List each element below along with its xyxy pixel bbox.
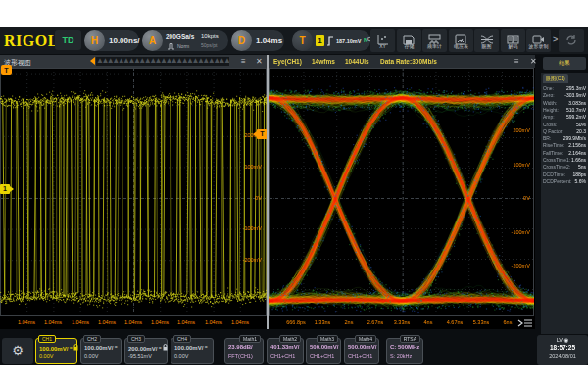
lan-usb-icons: LV ◉ <box>537 336 588 344</box>
waveform-menu-icon[interactable]: ≡ <box>241 57 246 66</box>
eye-axis-menu-icon[interactable] <box>517 318 533 328</box>
menu-button-record[interactable]: 波形录制 <box>526 29 551 52</box>
measurement-value: 599.2mV <box>566 114 586 121</box>
voltmeter-icon <box>449 31 473 43</box>
measurement-value: 299.9Mb/s <box>564 135 586 142</box>
results-tab-eye-c1[interactable]: 眼图(C1) <box>543 74 568 83</box>
measurement-row: CrossTime1:1.66ns <box>543 157 586 164</box>
status-box-tab: Math1 <box>239 335 261 343</box>
trigger-position-marker[interactable]: T <box>1 65 12 75</box>
measurement-value: 2.156ns <box>568 142 586 149</box>
menu-label: 电压表 <box>450 44 472 49</box>
waveform-preview-bar[interactable]: ▲▲▲▲▲▲▲▲▲▲▲▲▲▲▲▲▲▲▲▲▲▲▲▲▲▲▲▲▲▲ <box>96 57 229 66</box>
horizontal-group[interactable]: H 10.00ns/ <box>84 30 139 51</box>
waveform-view-plot[interactable] <box>0 68 267 316</box>
status-box-tab: CH3 <box>127 335 145 343</box>
measurement-label: FallTime: <box>543 150 563 156</box>
measurement-value: 3.083ns <box>568 100 586 107</box>
status-box-tab: Math4 <box>355 335 376 343</box>
status-box-scale: C: 500MHz <box>390 344 419 350</box>
eye-diagram-icon <box>474 31 499 43</box>
trigger-group[interactable]: T 1 187.10mV N <box>292 30 370 51</box>
volt-label: -200mV <box>236 257 262 263</box>
eye-close-icon[interactable]: ✕ <box>530 57 537 66</box>
trigger-level-value: 187.10mV <box>336 38 361 44</box>
status-box-math3[interactable]: Math3500.00mV/CH1+CH1 <box>306 338 341 364</box>
delay-group[interactable]: D 1.04ms <box>231 30 284 51</box>
volt-label: 100mV <box>236 164 262 170</box>
measurement-value: 5.6% <box>575 178 586 185</box>
menu-label: 解码 <box>502 44 524 49</box>
measurement-row: DCDTime:188ps <box>543 172 586 178</box>
delay-knob[interactable]: D <box>231 30 252 51</box>
channel1-level-marker[interactable]: 1 <box>0 184 10 194</box>
horizontal-knob[interactable]: H <box>84 30 105 51</box>
system-time: 18:57:25 <box>537 344 588 352</box>
trigger-knob[interactable]: T <box>292 30 313 51</box>
preview-trigger-arrow[interactable] <box>90 57 95 65</box>
status-box-scale: 200.00mV/ = <box>128 344 168 352</box>
measurement-row: FallTime:2.164ns <box>543 150 586 157</box>
measurement-value: 2.164ns <box>568 150 586 157</box>
status-box-math1[interactable]: Math123.98dB/FFT(CH1) <box>224 338 264 364</box>
menu-scroll-right[interactable]: > <box>553 34 558 44</box>
measurement-row: One:295.3mV <box>543 85 586 92</box>
status-box-ch4[interactable]: CH4100.00mV/ =0.00V <box>171 338 214 364</box>
waveform-time-axis: 1.04ms1.04ms1.04ms1.04ms1.04ms1.04ms1.04… <box>0 316 267 329</box>
menu-button-xy[interactable]: XY <box>370 29 395 52</box>
eye-time-axis: 666.8ps1.33ns2ns2.67ns3.33ns4ns4.67ns5.3… <box>270 316 535 329</box>
settings-button[interactable]: ⚙ <box>2 338 33 364</box>
trigger-edge-icon <box>326 35 335 46</box>
acquisition-group[interactable]: A 200GSa/s Norm 10kpts 50ps/pt <box>142 30 228 51</box>
measurement-value: 510.7mV <box>566 107 586 114</box>
freq-counter-icon <box>422 31 447 43</box>
status-box-ch3[interactable]: CH3200.00mV/ =-95.51mV <box>124 338 168 364</box>
status-box-math2[interactable]: Math2401.33mV/CH1+CH1 <box>267 338 304 364</box>
self-check-button[interactable] <box>559 29 584 52</box>
record-icon <box>526 31 551 43</box>
status-box-math4[interactable]: Math4500.00mV/CH1+CH1 <box>344 338 379 364</box>
status-box-offset: CH1+CH1 <box>270 353 295 359</box>
status-box-scale: 100.00mV/ = <box>39 344 78 352</box>
status-box-tab: RTSA <box>400 335 420 343</box>
status-box-tab: Math3 <box>317 335 338 343</box>
measurement-label: Amp: <box>543 114 555 120</box>
menu-button-voltmeter[interactable]: 电压表 <box>449 29 473 52</box>
measurement-value: -303.9mV <box>564 92 586 99</box>
eye-menu-icon[interactable]: ≡ <box>514 57 519 66</box>
eye-panel-header: Eye(CH1) 14wfms 1044UIs Data Rate:300Mb/… <box>269 55 535 68</box>
menu-button-eye-diagram[interactable]: 眼图 <box>474 29 499 52</box>
measurement-value: 5ns <box>578 164 586 171</box>
menu-button-decode[interactable]: 解码 <box>501 29 525 52</box>
status-box-rtsa[interactable]: RTSAC: 500MHzS: 20kHz <box>386 338 423 364</box>
measurement-value: 20.3 <box>576 128 586 135</box>
menu-button-freq-counter[interactable]: 频率计 <box>422 29 447 52</box>
results-button[interactable]: 结果 <box>543 57 586 70</box>
acquire-knob[interactable]: A <box>142 30 163 51</box>
volt-label: -100mV <box>236 225 262 231</box>
menu-label: 眼图 <box>475 44 498 49</box>
volt-label: 0V <box>236 195 262 201</box>
menu-button-storage[interactable]: 存储 <box>397 29 421 52</box>
xy-icon <box>370 31 395 43</box>
time-label: 1.04ms <box>18 319 35 325</box>
menu-label: XY <box>371 44 394 49</box>
status-box-tab: CH4 <box>173 335 191 343</box>
sample-rate: 200GSa/s <box>166 33 194 40</box>
memory-depth: 10kpts <box>201 33 219 39</box>
trigger-source-badge: 1 <box>316 35 324 46</box>
system-status-box[interactable]: LV ◉ 18:57:25 2024/08/01 <box>537 335 588 365</box>
status-box-scale: 500.00mV/ <box>310 344 338 350</box>
status-box-offset: 0.00V <box>39 353 53 359</box>
eye-diagram-plot[interactable] <box>270 68 534 316</box>
status-box-ch2[interactable]: CH2100.00mV/ =0.00V <box>80 338 122 364</box>
time-label: 1.04ms <box>177 319 195 325</box>
time-label: 1.04ms <box>151 319 169 325</box>
status-box-ch1[interactable]: CH1100.00mV/ =0.00V <box>35 338 77 364</box>
measurement-label: BR: <box>543 135 551 141</box>
waveform-close-icon[interactable]: ✕ <box>256 57 263 66</box>
acquisition-mode-badge[interactable]: TD <box>55 30 81 50</box>
measurement-label: Height: <box>543 107 559 113</box>
eye-title: Eye(CH1) <box>273 58 302 65</box>
measurement-row: CrossTime2:5ns <box>543 164 586 171</box>
